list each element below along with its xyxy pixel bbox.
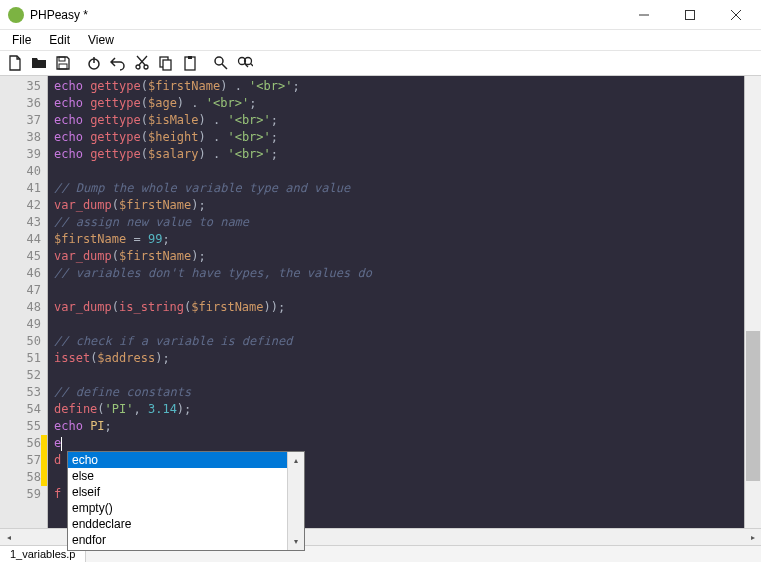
autocomplete-popup: echoelseelseifempty()enddeclareendfor ▴ …: [67, 451, 305, 551]
editor: 3536373839404142434445464748495051525354…: [0, 76, 761, 528]
gutter-line: 58: [0, 469, 47, 486]
scroll-right-icon[interactable]: ▸: [744, 529, 761, 546]
gutter-line: 57: [0, 452, 47, 469]
code-line[interactable]: echo gettype($isMale) . '<br>';: [48, 112, 744, 129]
scroll-left-icon[interactable]: ◂: [0, 529, 17, 546]
gutter-line: 36: [0, 95, 47, 112]
code-line[interactable]: // check if a variable is defined: [48, 333, 744, 350]
text-cursor: [61, 437, 62, 451]
code-line[interactable]: echo gettype($salary) . '<br>';: [48, 146, 744, 163]
autocomplete-scrollbar[interactable]: ▴ ▾: [287, 452, 304, 550]
svg-point-14: [215, 57, 223, 65]
autocomplete-item[interactable]: echo: [68, 452, 289, 468]
code-line[interactable]: var_dump($firstName);: [48, 248, 744, 265]
gutter-line: 52: [0, 367, 47, 384]
code-line[interactable]: e: [48, 435, 744, 452]
search-icon[interactable]: [212, 54, 230, 72]
menu-edit[interactable]: Edit: [41, 31, 78, 49]
svg-line-15: [222, 64, 227, 69]
gutter-line: 56: [0, 435, 47, 452]
gutter-line: 47: [0, 282, 47, 299]
gutter-line: 51: [0, 350, 47, 367]
gutter-line: 43: [0, 214, 47, 231]
gutter-line: 42: [0, 197, 47, 214]
code-line[interactable]: $firstName = 99;: [48, 231, 744, 248]
gutter-line: 35: [0, 78, 47, 95]
gutter-line: 55: [0, 418, 47, 435]
code-line[interactable]: echo gettype($age) . '<br>';: [48, 95, 744, 112]
code-line[interactable]: echo gettype($firstName) . '<br>';: [48, 78, 744, 95]
copy-icon[interactable]: [157, 54, 175, 72]
maximize-button[interactable]: [667, 0, 713, 30]
gutter-line: 50: [0, 333, 47, 350]
autocomplete-item[interactable]: endfor: [68, 532, 289, 548]
code-line[interactable]: [48, 367, 744, 384]
code-line[interactable]: // variables don't have types, the value…: [48, 265, 744, 282]
gutter-line: 39: [0, 146, 47, 163]
new-file-icon[interactable]: [6, 54, 24, 72]
code-line[interactable]: [48, 316, 744, 333]
gutter-line: 45: [0, 248, 47, 265]
code-line[interactable]: [48, 163, 744, 180]
toolbar-separator: [205, 54, 206, 72]
code-line[interactable]: isset($address);: [48, 350, 744, 367]
code-line[interactable]: var_dump(is_string($firstName));: [48, 299, 744, 316]
scrollbar-thumb[interactable]: [746, 331, 760, 481]
gutter-line: 37: [0, 112, 47, 129]
code-line[interactable]: // define constants: [48, 384, 744, 401]
code-line[interactable]: echo gettype($height) . '<br>';: [48, 129, 744, 146]
undo-icon[interactable]: [109, 54, 127, 72]
power-icon[interactable]: [85, 54, 103, 72]
toolbar-separator: [78, 54, 79, 72]
gutter-line: 41: [0, 180, 47, 197]
open-folder-icon[interactable]: [30, 54, 48, 72]
code-line[interactable]: [48, 282, 744, 299]
code-line[interactable]: echo PI;: [48, 418, 744, 435]
window-controls: [621, 0, 759, 30]
gutter-line: 49: [0, 316, 47, 333]
svg-point-9: [144, 65, 148, 69]
svg-rect-5: [59, 64, 67, 69]
line-gutter: 3536373839404142434445464748495051525354…: [0, 76, 48, 528]
minimize-button[interactable]: [621, 0, 667, 30]
gutter-line: 44: [0, 231, 47, 248]
svg-point-8: [136, 65, 140, 69]
scroll-up-icon[interactable]: ▴: [288, 452, 304, 469]
close-button[interactable]: [713, 0, 759, 30]
menubar: File Edit View: [0, 30, 761, 50]
gutter-line: 59: [0, 486, 47, 503]
menu-view[interactable]: View: [80, 31, 122, 49]
toolbar: [0, 50, 761, 76]
autocomplete-item[interactable]: elseif: [68, 484, 289, 500]
svg-rect-13: [188, 56, 192, 59]
titlebar: PHPeasy *: [0, 0, 761, 30]
scroll-down-icon[interactable]: ▾: [288, 533, 304, 550]
svg-rect-11: [163, 60, 171, 70]
app-icon: [8, 7, 24, 23]
cut-icon[interactable]: [133, 54, 151, 72]
gutter-line: 53: [0, 384, 47, 401]
vertical-scrollbar[interactable]: [744, 76, 761, 528]
menu-file[interactable]: File: [4, 31, 39, 49]
replace-icon[interactable]: [236, 54, 254, 72]
gutter-line: 38: [0, 129, 47, 146]
svg-rect-1: [686, 10, 695, 19]
autocomplete-item[interactable]: else: [68, 468, 289, 484]
gutter-line: 54: [0, 401, 47, 418]
code-line[interactable]: // Dump the whole variable type and valu…: [48, 180, 744, 197]
code-line[interactable]: // assign new value to name: [48, 214, 744, 231]
gutter-line: 46: [0, 265, 47, 282]
autocomplete-item[interactable]: enddeclare: [68, 516, 289, 532]
gutter-line: 40: [0, 163, 47, 180]
code-line[interactable]: define('PI', 3.14);: [48, 401, 744, 418]
gutter-line: 48: [0, 299, 47, 316]
save-icon[interactable]: [54, 54, 72, 72]
code-line[interactable]: var_dump($firstName);: [48, 197, 744, 214]
autocomplete-item[interactable]: empty(): [68, 500, 289, 516]
paste-icon[interactable]: [181, 54, 199, 72]
svg-line-19: [251, 64, 254, 67]
window-title: PHPeasy *: [30, 8, 621, 22]
